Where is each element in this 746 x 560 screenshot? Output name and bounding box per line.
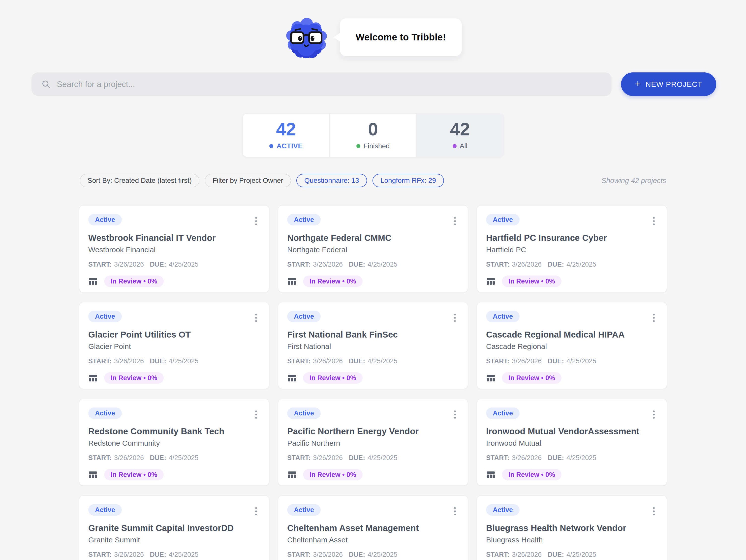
start-label: START: <box>287 551 311 558</box>
project-progress-row: In Review • 0% <box>486 372 659 384</box>
kebab-menu-icon[interactable] <box>648 312 659 323</box>
active-count: 42 <box>276 120 296 138</box>
review-progress-badge: In Review • 0% <box>104 276 164 287</box>
project-card[interactable]: Active Glacier Point Utilities OT Glacie… <box>79 302 269 389</box>
new-project-button[interactable]: + NEW PROJECT <box>621 73 716 96</box>
kebab-menu-icon[interactable] <box>449 216 460 226</box>
dashboard-page: Welcome to Tribble! + NEW PROJECT 42 ACT… <box>0 0 746 560</box>
project-title: Glacier Point Utilities OT <box>88 330 261 339</box>
review-progress-badge: In Review • 0% <box>502 372 562 384</box>
project-company: Ironwood Mutual <box>486 439 659 448</box>
due-date: 4/25/2025 <box>368 454 397 461</box>
project-card[interactable]: Active Ironwood Mutual VendorAssessment … <box>477 399 667 485</box>
status-badge: Active <box>486 311 520 322</box>
project-title: Pacific Northern Energy Vendor <box>287 426 460 436</box>
project-card[interactable]: Active Pacific Northern Energy Vendor Pa… <box>278 399 468 485</box>
project-title: Redstone Community Bank Tech <box>88 426 261 436</box>
start-date: 3/26/2026 <box>313 261 343 268</box>
status-badge: Active <box>88 504 122 515</box>
project-dates: START: 3/26/2026 DUE: 4/25/2025 <box>486 261 659 268</box>
project-card[interactable]: Active Cascade Regional Medical HIPAA Ca… <box>477 302 667 389</box>
kebab-menu-icon[interactable] <box>251 409 261 420</box>
due-label: DUE: <box>349 357 365 365</box>
filter-owner-chip[interactable]: Filter by Project Owner <box>205 174 291 187</box>
status-badge: Active <box>88 311 122 322</box>
review-progress-badge: In Review • 0% <box>303 372 363 384</box>
status-badge: Active <box>486 408 520 419</box>
project-company: Bluegrass Health <box>486 535 659 544</box>
due-date: 4/25/2025 <box>567 261 596 268</box>
stats-tab-all[interactable]: 42 All <box>417 114 504 157</box>
status-badge: Active <box>88 408 122 419</box>
kebab-menu-icon[interactable] <box>251 506 261 516</box>
project-card[interactable]: Active Cheltenham Asset Management Chelt… <box>278 496 468 560</box>
plus-icon: + <box>635 79 641 89</box>
project-company: Pacific Northern <box>287 439 460 448</box>
tribble-mascot-icon <box>284 18 328 58</box>
start-date: 3/26/2026 <box>512 357 542 365</box>
filter-row: Sort By: Created Date (latest first) Fil… <box>80 174 666 187</box>
project-dates: START: 3/26/2026 DUE: 4/25/2025 <box>88 357 261 365</box>
due-date: 4/25/2025 <box>368 261 397 268</box>
project-company: Granite Summit <box>88 535 261 544</box>
welcome-text: Welcome to Tribble! <box>356 32 446 43</box>
finished-dot-icon <box>356 144 360 148</box>
kebab-menu-icon[interactable] <box>449 506 460 516</box>
project-company: Cheltenham Asset <box>287 535 460 544</box>
kebab-menu-icon[interactable] <box>648 409 659 420</box>
stats-tab-active[interactable]: 42 ACTIVE <box>243 114 329 157</box>
stats-tab-finished[interactable]: 0 Finished <box>329 114 417 157</box>
search-input[interactable] <box>57 80 602 89</box>
start-label: START: <box>486 261 509 268</box>
table-icon <box>88 373 98 383</box>
project-search-bar[interactable] <box>31 73 611 96</box>
project-progress-row: In Review • 0% <box>88 469 261 480</box>
start-label: START: <box>486 357 509 365</box>
project-dates: START: 3/26/2026 DUE: 4/25/2025 <box>486 454 659 461</box>
kebab-menu-icon[interactable] <box>449 409 460 420</box>
project-stats-card: 42 ACTIVE 0 Finished 42 All <box>242 113 504 157</box>
questionnaire-chip[interactable]: Questionnaire: 13 <box>296 174 367 187</box>
project-progress-row: In Review • 0% <box>287 372 460 384</box>
kebab-menu-icon[interactable] <box>449 312 460 323</box>
table-icon <box>88 470 98 479</box>
sort-by-chip[interactable]: Sort By: Created Date (latest first) <box>80 174 199 187</box>
project-title: Hartfield PC Insurance Cyber <box>486 233 659 243</box>
project-company: Northgate Federal <box>287 245 460 254</box>
start-date: 3/26/2026 <box>313 551 343 558</box>
review-progress-badge: In Review • 0% <box>104 372 164 384</box>
due-label: DUE: <box>349 551 365 558</box>
review-progress-badge: In Review • 0% <box>104 469 164 480</box>
table-icon <box>88 277 98 286</box>
start-date: 3/26/2026 <box>114 454 144 461</box>
start-label: START: <box>486 454 509 461</box>
project-progress-row: In Review • 0% <box>486 469 659 480</box>
project-progress-row: In Review • 0% <box>287 276 460 287</box>
due-date: 4/25/2025 <box>567 454 596 461</box>
kebab-menu-icon[interactable] <box>251 312 261 323</box>
due-label: DUE: <box>349 454 365 461</box>
project-card[interactable]: Active First National Bank FinSec First … <box>278 302 468 389</box>
project-company: Redstone Community <box>88 439 261 448</box>
longform-rfx-chip[interactable]: Longform RFx: 29 <box>373 174 444 187</box>
due-label: DUE: <box>548 551 564 558</box>
project-card[interactable]: Active Hartfield PC Insurance Cyber Hart… <box>477 205 667 292</box>
kebab-menu-icon[interactable] <box>251 216 261 226</box>
project-dates: START: 3/26/2026 DUE: 4/25/2025 <box>287 454 460 461</box>
project-card[interactable]: Active Northgate Federal CMMC Northgate … <box>278 205 468 292</box>
project-progress-row: In Review • 0% <box>287 469 460 480</box>
start-date: 3/26/2026 <box>512 261 542 268</box>
due-label: DUE: <box>150 261 166 268</box>
kebab-menu-icon[interactable] <box>648 216 659 226</box>
project-card[interactable]: Active Westbrook Financial IT Vendor Wes… <box>79 205 269 292</box>
toolbar: + NEW PROJECT <box>0 73 746 96</box>
kebab-menu-icon[interactable] <box>648 506 659 516</box>
finished-count: 0 <box>368 120 378 138</box>
active-dot-icon <box>269 144 273 148</box>
project-card[interactable]: Active Redstone Community Bank Tech Reds… <box>79 399 269 485</box>
all-count: 42 <box>450 120 470 138</box>
start-label: START: <box>88 357 112 365</box>
project-dates: START: 3/26/2026 DUE: 4/25/2025 <box>486 357 659 365</box>
project-card[interactable]: Active Bluegrass Health Network Vendor B… <box>477 496 667 560</box>
project-card[interactable]: Active Granite Summit Capital InvestorDD… <box>79 496 269 560</box>
